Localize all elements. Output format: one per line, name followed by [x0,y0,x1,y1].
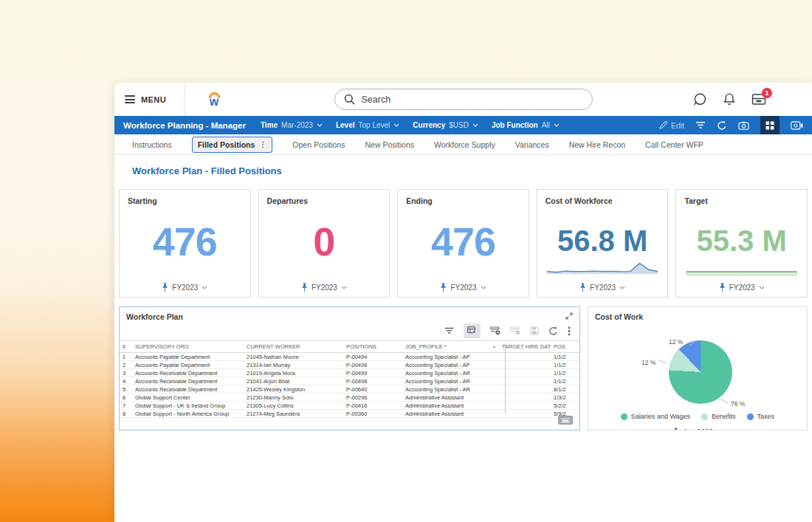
legend-item-taxes[interactable]: Taxes [747,413,775,420]
filter-icon[interactable] [695,121,706,130]
filter-icon[interactable] [444,327,454,335]
table-header-row: # SUPERVISORY ORG CURRENT WORKER POSITIO… [120,341,579,353]
kpi-card-departures: Departures 0 FY2023 [258,189,390,298]
pie-chart[interactable] [669,340,732,404]
add-row-icon[interactable] [490,326,500,335]
chevron-down-icon [341,286,347,289]
leader-line [658,360,667,363]
context-bar: Workforce Planning - Manager Time Mar-20… [114,116,812,134]
search-input[interactable] [334,89,593,110]
col-target-hire-date[interactable]: TARGET HIRE DATE [499,341,551,353]
dashboard-grid-button[interactable] [760,116,780,134]
tab-filled-positions[interactable]: Filled Positions ⋮ [192,137,273,153]
col-job-profile[interactable]: JOB_PROFILE*▲ [402,341,499,353]
table-row[interactable]: 1 Accounts Payable Department 21045-Nath… [120,353,579,361]
kpi-card-target: Target 55.3 M FY2023 [675,189,808,298]
refresh-icon[interactable] [548,326,558,336]
filter-currency[interactable]: Currency $USD [413,121,478,129]
hamburger-icon [125,95,135,103]
tab-new-hire-recon[interactable]: New Hire Recon [569,140,625,149]
camera-icon[interactable] [738,121,749,130]
tab-call-center-wfp[interactable]: Call Center WFP [645,140,703,149]
pin-icon [301,283,308,292]
tab-open-positions[interactable]: Open Positions [292,140,345,149]
edit-button[interactable]: Edit [659,121,684,130]
keyboard-shortcuts-button[interactable] [558,416,573,425]
chevron-down-icon [759,286,765,289]
notifications-icon[interactable] [723,92,736,106]
kpi-value: 0 [259,205,390,278]
pie-label-salaries: 76 % [731,400,745,408]
avatar[interactable] [782,89,802,109]
pencil-icon [659,121,667,129]
table-row[interactable]: 2 Accounts Payable Department 21314-Ian … [120,361,579,369]
search-bar [334,89,593,110]
kebab-icon[interactable]: ⋮ [259,140,266,148]
filter-job-function[interactable]: Job Function All [492,121,560,129]
tab-variances[interactable]: Variances [515,140,549,149]
cost-of-work-panel: Cost of Work 12 % 12 % 76 % Salaries and… [588,306,808,430]
col-current-worker[interactable]: CURRENT WORKER [244,341,343,353]
kpi-period-selector[interactable]: FY2023 [259,278,390,297]
panel-title: Cost of Work [588,307,807,321]
tab-instructions[interactable]: Instructions [132,140,172,149]
table-row[interactable]: 5 Accounts Receivable Department 21425-W… [120,385,579,394]
kpi-period-selector[interactable]: FY2023 [537,278,668,297]
kpi-value: 55.3 M [676,205,807,278]
logo-letter: w [210,97,219,106]
inline-edit-icon[interactable] [464,323,481,338]
legend-item-benefits[interactable]: Benefits [701,413,736,420]
required-marker: * [444,343,447,350]
workforce-plan-table: # SUPERVISORY ORG CURRENT WORKER POSITIO… [120,340,579,418]
cost-sparkline [547,255,658,274]
filter-time[interactable]: Time Mar-2023 [261,121,323,129]
keyboard-icon [561,418,570,423]
chevron-down-icon [393,123,399,127]
kpi-row: Starting 476 FY2023 Departures 0 FY2023 … [119,189,808,298]
kpi-value: 476 [398,205,529,278]
kebab-icon[interactable] [568,326,571,336]
inbox-icon[interactable]: 1 [751,93,766,106]
plan-title: Workforce Planning - Manager [123,121,246,130]
pie-period-selector[interactable]: Apr-2023 [588,427,807,430]
search-icon [344,94,355,105]
top-header: MENU w 1 [114,83,812,116]
target-bar [686,271,797,276]
reset-icon[interactable] [717,120,727,131]
chevron-down-icon [202,286,207,289]
save-icon [530,326,539,335]
kpi-card-starting: Starting 476 FY2023 [119,189,251,298]
col-pos[interactable]: POS [551,341,579,353]
grid-toolbar [120,321,579,339]
pin-icon [440,283,447,292]
filter-level[interactable]: Level Top Level [336,121,399,129]
legend-item-salaries[interactable]: Salaries and Wages [621,413,690,420]
chevron-down-icon [554,123,560,127]
legend-dot [701,413,708,420]
sort-asc-icon: ▲ [492,343,496,350]
col-index[interactable]: # [120,341,132,353]
chevron-down-icon [317,123,323,127]
tab-new-positions[interactable]: New Positions [365,140,415,149]
chat-icon[interactable] [693,92,707,106]
page-title: Workforce Plan - Filled Positions [132,165,812,176]
pin-icon [162,283,168,292]
col-positions[interactable]: POSITIONS [343,341,402,353]
tab-workforce-supply[interactable]: Workforce Supply [434,140,495,149]
table-row[interactable]: 8 Global Support - North America Group 2… [120,410,579,418]
workday-logo[interactable]: w [205,92,223,106]
table-row[interactable]: 4 Accounts Receivable Department 21041-A… [120,377,579,385]
menu-button[interactable]: MENU [125,95,166,104]
kpi-period-selector[interactable]: FY2023 [676,278,807,297]
kpi-period-selector[interactable]: FY2023 [120,278,250,297]
kpi-period-selector[interactable]: FY2023 [398,278,529,297]
table-row[interactable]: 3 Accounts Receivable Department 21019-A… [120,369,579,377]
chevron-down-icon [619,286,625,289]
table-row[interactable]: 6 Global Support Center 21230-Manny Soto… [120,394,579,402]
chart-legend: Salaries and Wages Benefits Taxes [588,410,807,423]
expand-icon[interactable] [565,312,573,320]
video-icon[interactable] [791,121,803,130]
col-supervisory-org[interactable]: SUPERVISORY ORG [132,341,244,353]
cost-sparkline-wrap [547,255,658,274]
table-row[interactable]: 7 Global Support - UK & Ireland Group 21… [120,402,579,410]
